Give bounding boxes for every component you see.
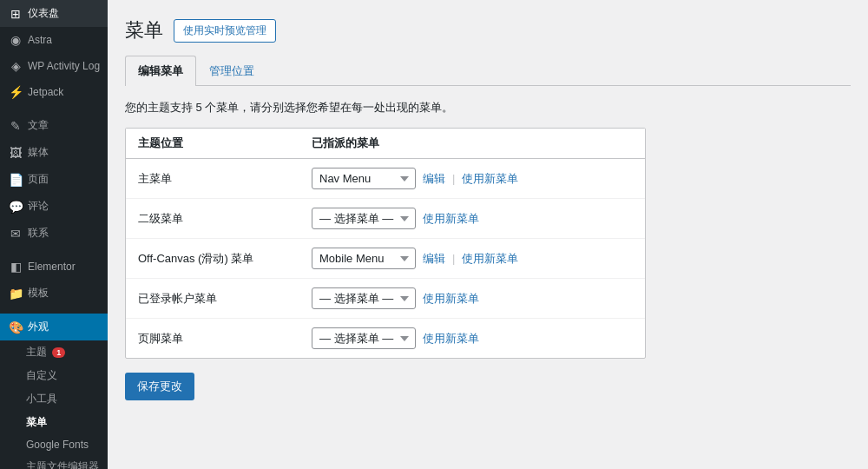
new-link-offcanvas[interactable]: 使用新菜单 xyxy=(462,251,518,267)
row-controls-offcanvas: Mobile Menu Nav Menu — 选择菜单 — 编辑 | 使用新菜单 xyxy=(312,248,633,269)
row-label-secondary: 二级菜单 xyxy=(138,211,312,227)
description-text: 您的主题支持 5 个菜单，请分别选择您希望在每一处出现的菜单。 xyxy=(125,100,851,116)
page-title-row: 菜单 使用实时预览管理 xyxy=(125,17,851,43)
row-label-primary: 主菜单 xyxy=(138,171,312,187)
posts-icon: ✎ xyxy=(9,119,23,133)
elementor-icon: ◧ xyxy=(9,260,23,274)
row-controls-loggedin: — 选择菜单 — Nav Menu Mobile Menu 使用新菜单 xyxy=(312,287,633,309)
sidebar-item-dashboard[interactable]: ⊞ 仪表盘 xyxy=(0,0,108,27)
select-footer[interactable]: — 选择菜单 — Nav Menu Mobile Menu xyxy=(312,327,416,349)
separator2: | xyxy=(452,252,455,265)
new-link-primary[interactable]: 使用新菜单 xyxy=(462,171,518,187)
menu-table-header: 主题位置 已指派的菜单 xyxy=(126,129,645,159)
select-loggedin[interactable]: — 选择菜单 — Nav Menu Mobile Menu xyxy=(312,287,416,309)
sub-label: 主题文件编辑器 xyxy=(26,460,99,469)
sub-label: 小工具 xyxy=(26,393,57,405)
dashboard-icon: ⊞ xyxy=(9,7,23,21)
sidebar-item-label: Jetpack xyxy=(28,86,63,98)
row-label-offcanvas: Off-Canvas (滑动) 菜单 xyxy=(138,251,312,267)
row-controls-secondary: — 选择菜单 — Nav Menu Mobile Menu 使用新菜单 xyxy=(312,208,633,229)
main-content: 菜单 使用实时预览管理 编辑菜单 管理位置 您的主题支持 5 个菜单，请分别选择… xyxy=(108,0,868,469)
sidebar-item-label: 评论 xyxy=(28,199,49,214)
sidebar-item-label: 仪表盘 xyxy=(28,6,59,21)
sidebar-item-label: 外观 xyxy=(28,320,49,334)
sidebar-sub-themes[interactable]: 主题 1 xyxy=(0,340,108,364)
contacts-icon: ✉ xyxy=(9,227,23,241)
pages-icon: 📄 xyxy=(9,173,23,187)
sidebar-item-activity[interactable]: ◈ WP Activity Log xyxy=(0,53,108,79)
menu-row-offcanvas: Off-Canvas (滑动) 菜单 Mobile Menu Nav Menu … xyxy=(126,239,645,279)
sidebar-item-elementor[interactable]: ◧ Elementor xyxy=(0,254,108,280)
new-link-footer[interactable]: 使用新菜单 xyxy=(423,331,479,347)
row-label-footer: 页脚菜单 xyxy=(138,331,312,347)
menu-row-footer: 页脚菜单 — 选择菜单 — Nav Menu Mobile Menu 使用新菜单 xyxy=(126,319,645,358)
edit-link-primary[interactable]: 编辑 xyxy=(423,171,445,187)
col2-header: 已指派的菜单 xyxy=(312,135,633,151)
select-offcanvas[interactable]: Mobile Menu Nav Menu — 选择菜单 — xyxy=(312,248,416,269)
row-controls-primary: Nav Menu Mobile Menu — 选择菜单 — 编辑 | 使用新菜单 xyxy=(312,168,633,189)
appearance-icon: 🎨 xyxy=(9,320,23,334)
sidebar-item-posts[interactable]: ✎ 文章 xyxy=(0,112,108,139)
sidebar-item-astra[interactable]: ◉ Astra xyxy=(0,27,108,53)
tab-edit-menu[interactable]: 编辑菜单 xyxy=(125,56,196,86)
tab-manage-locations[interactable]: 管理位置 xyxy=(196,56,267,86)
sidebar-item-pages[interactable]: 📄 页面 xyxy=(0,166,108,193)
save-button[interactable]: 保存更改 xyxy=(125,373,194,400)
menu-table: 主题位置 已指派的菜单 主菜单 Nav Menu Mobile Menu — 选… xyxy=(125,128,646,359)
activity-icon: ◈ xyxy=(9,59,23,73)
sidebar-item-label: 页面 xyxy=(28,172,49,187)
sub-label: Google Fonts xyxy=(26,439,89,451)
sidebar-item-media[interactable]: 🖼 媒体 xyxy=(0,139,108,166)
media-icon: 🖼 xyxy=(9,146,23,160)
sidebar-item-jetpack[interactable]: ⚡ Jetpack xyxy=(0,79,108,105)
menu-row-primary: 主菜单 Nav Menu Mobile Menu — 选择菜单 — 编辑 | 使… xyxy=(126,159,645,199)
sidebar: ⊞ 仪表盘 ◉ Astra ◈ WP Activity Log ⚡ Jetpac… xyxy=(0,0,108,469)
sidebar-item-label: Elementor xyxy=(28,261,76,273)
realtime-button[interactable]: 使用实时预览管理 xyxy=(174,19,276,43)
new-link-secondary[interactable]: 使用新菜单 xyxy=(423,211,479,227)
row-controls-footer: — 选择菜单 — Nav Menu Mobile Menu 使用新菜单 xyxy=(312,327,633,349)
page-title: 菜单 xyxy=(125,17,163,43)
sidebar-item-label: 模板 xyxy=(28,286,49,301)
new-link-loggedin[interactable]: 使用新菜单 xyxy=(423,291,479,307)
col1-header: 主题位置 xyxy=(138,135,312,151)
sidebar-item-label: 文章 xyxy=(28,118,49,133)
sub-label: 自定义 xyxy=(26,369,57,381)
sub-label: 菜单 xyxy=(26,416,47,428)
sidebar-item-contacts[interactable]: ✉ 联系 xyxy=(0,220,108,247)
sidebar-sub-menus[interactable]: 菜单 xyxy=(0,411,108,434)
row-label-loggedin: 已登录帐户菜单 xyxy=(138,291,312,307)
sidebar-item-label: 联系 xyxy=(28,226,49,241)
astra-icon: ◉ xyxy=(9,33,23,47)
edit-link-offcanvas[interactable]: 编辑 xyxy=(423,251,445,267)
sidebar-sub-theme-editor[interactable]: 主题文件编辑器 xyxy=(0,455,108,469)
separator: | xyxy=(452,172,455,185)
sidebar-sub-customize[interactable]: 自定义 xyxy=(0,364,108,387)
sidebar-item-templates[interactable]: 📁 模板 xyxy=(0,280,108,307)
comments-icon: 💬 xyxy=(9,200,23,214)
sidebar-sub-google-fonts[interactable]: Google Fonts xyxy=(0,434,108,455)
sidebar-item-label: WP Activity Log xyxy=(28,60,100,72)
sidebar-item-comments[interactable]: 💬 评论 xyxy=(0,193,108,220)
themes-badge: 1 xyxy=(52,347,65,358)
content-area: 菜单 使用实时预览管理 编辑菜单 管理位置 您的主题支持 5 个菜单，请分别选择… xyxy=(108,0,868,418)
menu-row-loggedin: 已登录帐户菜单 — 选择菜单 — Nav Menu Mobile Menu 使用… xyxy=(126,279,645,319)
sidebar-item-label: Astra xyxy=(28,34,52,46)
sidebar-item-appearance[interactable]: 🎨 外观 xyxy=(0,314,108,340)
templates-icon: 📁 xyxy=(9,287,23,301)
sub-label: 主题 xyxy=(26,346,47,358)
sidebar-sub-widgets[interactable]: 小工具 xyxy=(0,387,108,411)
jetpack-icon: ⚡ xyxy=(9,85,23,99)
menu-row-secondary: 二级菜单 — 选择菜单 — Nav Menu Mobile Menu 使用新菜单 xyxy=(126,199,645,239)
select-primary[interactable]: Nav Menu Mobile Menu — 选择菜单 — xyxy=(312,168,416,189)
sidebar-item-label: 媒体 xyxy=(28,145,49,160)
tabs-bar: 编辑菜单 管理位置 xyxy=(125,56,851,86)
select-secondary[interactable]: — 选择菜单 — Nav Menu Mobile Menu xyxy=(312,208,416,229)
